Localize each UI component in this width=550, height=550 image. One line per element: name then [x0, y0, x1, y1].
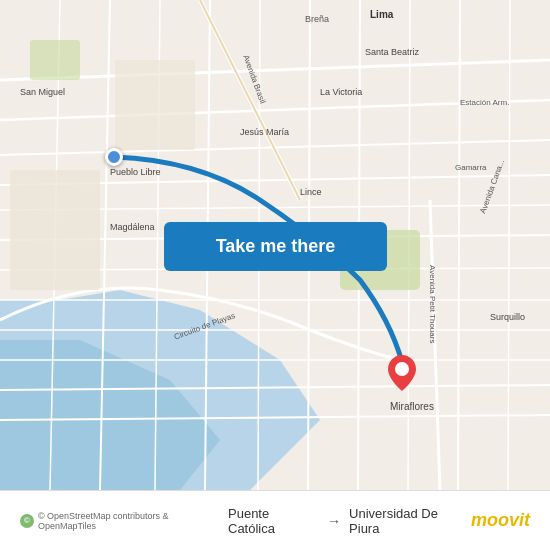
svg-text:La Victoria: La Victoria: [320, 87, 362, 97]
origin-marker: [105, 148, 123, 166]
svg-rect-29: [30, 40, 80, 80]
svg-text:Lince: Lince: [300, 187, 322, 197]
bottom-bar: © © OpenStreetMap contributors & OpenMap…: [0, 490, 550, 550]
svg-text:Gamarra: Gamarra: [455, 163, 487, 172]
svg-text:Estación Arm.: Estación Arm.: [460, 98, 509, 107]
svg-text:Pueblo Libre: Pueblo Libre: [110, 167, 161, 177]
moovit-logo: moovit: [471, 510, 530, 531]
svg-point-49: [395, 362, 409, 376]
attribution-text: © OpenStreetMap contributors & OpenMapTi…: [38, 511, 228, 531]
svg-text:Jesús María: Jesús María: [240, 127, 289, 137]
origin-label: Puente Católica: [228, 506, 319, 536]
svg-text:Santa Beatriz: Santa Beatriz: [365, 47, 420, 57]
svg-text:Lima: Lima: [370, 9, 394, 20]
destination-label: Universidad De Piura: [349, 506, 471, 536]
svg-text:Avenida Petit Thouars: Avenida Petit Thouars: [428, 265, 437, 343]
svg-text:San Miguel: San Miguel: [20, 87, 65, 97]
map-container[interactable]: Breña Lima San Miguel Pueblo Libre Jesús…: [0, 0, 550, 490]
svg-text:Miraflores: Miraflores: [390, 401, 434, 412]
svg-text:Magdálena: Magdálena: [110, 222, 155, 232]
svg-rect-30: [10, 170, 100, 290]
osm-logo: ©: [20, 514, 34, 528]
svg-rect-31: [115, 60, 195, 150]
route-arrow-icon: →: [327, 513, 341, 529]
take-me-there-button[interactable]: Take me there: [164, 222, 387, 271]
svg-text:Breña: Breña: [305, 14, 329, 24]
destination-marker: [388, 355, 416, 395]
svg-text:Surquillo: Surquillo: [490, 312, 525, 322]
route-info: Puente Católica → Universidad De Piura: [228, 506, 471, 536]
attribution: © © OpenStreetMap contributors & OpenMap…: [20, 511, 228, 531]
